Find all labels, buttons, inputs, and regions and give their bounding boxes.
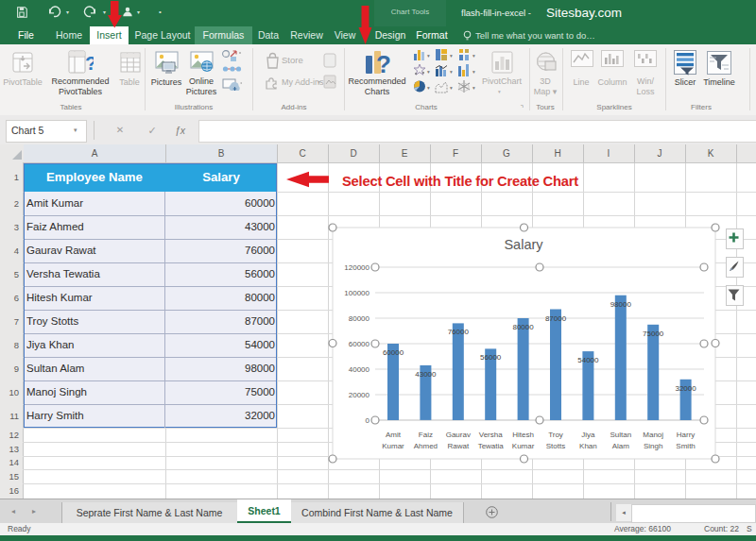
svg-text:Alam: Alam (612, 442, 630, 450)
svg-text:?: ? (376, 50, 391, 76)
svg-text:Manoj: Manoj (643, 431, 663, 439)
svg-text:Stotts: Stotts (546, 442, 565, 450)
svg-text:Kumar: Kumar (382, 442, 404, 450)
svg-text:Khan: Khan (579, 442, 597, 450)
svg-text:Kumar: Kumar (512, 442, 535, 450)
svg-text:Harry: Harry (677, 431, 696, 439)
svg-text:20000: 20000 (349, 391, 370, 399)
svg-text:?: ? (85, 52, 94, 74)
svg-text:40000: 40000 (349, 365, 370, 374)
svg-text:54000: 54000 (577, 356, 599, 364)
svg-text:75000: 75000 (643, 330, 664, 338)
svg-text:Amit: Amit (386, 431, 402, 439)
svg-text:80000: 80000 (349, 314, 370, 323)
svg-text:Rawat: Rawat (447, 442, 469, 450)
svg-text:76000: 76000 (448, 328, 470, 336)
svg-text:43000: 43000 (415, 370, 437, 379)
svg-text:87000: 87000 (545, 314, 567, 323)
svg-text:80000: 80000 (512, 323, 534, 331)
svg-text:98000: 98000 (610, 300, 632, 309)
svg-text:120000: 120000 (344, 263, 369, 272)
svg-text:0: 0 (366, 416, 370, 425)
svg-text:32000: 32000 (675, 384, 696, 393)
svg-text:Troy: Troy (548, 431, 563, 439)
svg-text:56000: 56000 (480, 353, 502, 362)
svg-text:Singh: Singh (644, 442, 662, 450)
svg-text:Sultan: Sultan (610, 431, 631, 439)
svg-text:60000: 60000 (383, 348, 404, 357)
svg-text:Salary: Salary (504, 237, 543, 252)
svg-text:Hitesh: Hitesh (512, 431, 534, 439)
svg-text:Jiya: Jiya (581, 431, 595, 439)
svg-text:100000: 100000 (344, 289, 369, 297)
svg-text:Faiz: Faiz (419, 431, 433, 439)
svg-text:Smith: Smith (676, 442, 695, 450)
svg-text:Tewatia: Tewatia (478, 442, 505, 450)
svg-text:Ahmed: Ahmed (414, 442, 438, 450)
svg-text:Gaurav: Gaurav (446, 431, 471, 439)
svg-text:Versha: Versha (479, 431, 503, 439)
svg-text:60000: 60000 (349, 340, 370, 348)
